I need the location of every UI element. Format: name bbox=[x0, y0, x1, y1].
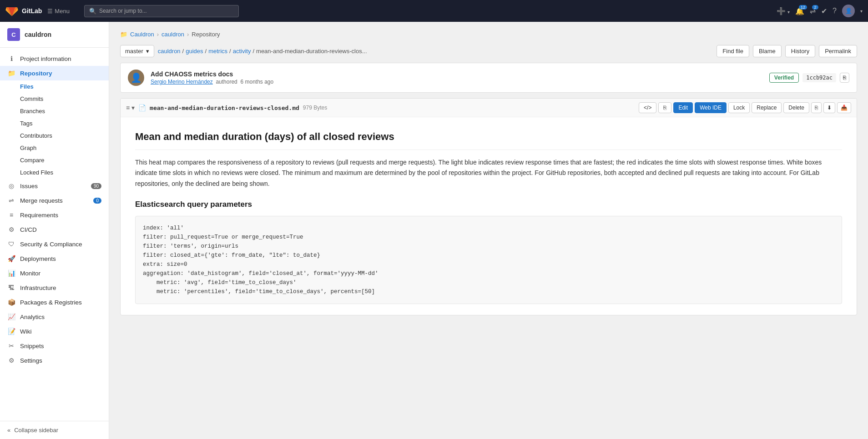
brand-name: GitLab bbox=[22, 7, 42, 15]
find-file-button[interactable]: Find file bbox=[717, 45, 749, 57]
sidebar-item-requirements[interactable]: ≡ Requirements bbox=[0, 208, 109, 222]
shield-icon: 🛡 bbox=[7, 240, 15, 248]
delete-button[interactable]: Delete bbox=[783, 102, 809, 113]
breadcrumb-cauldron-org[interactable]: Cauldron bbox=[130, 31, 154, 38]
breadcrumb-cauldron[interactable]: cauldron bbox=[161, 31, 184, 38]
sidebar-item-analytics[interactable]: 📈 Analytics bbox=[0, 309, 109, 324]
path-activity[interactable]: activity bbox=[233, 48, 251, 55]
wiki-icon: 📝 bbox=[7, 328, 15, 335]
sidebar-item-packages[interactable]: 📦 Packages & Registries bbox=[0, 295, 109, 309]
history-button[interactable]: History bbox=[785, 45, 815, 57]
plus-icon: ➕ bbox=[777, 7, 786, 15]
sidebar-label-security: Security & Compliance bbox=[20, 241, 82, 248]
project-avatar: C bbox=[7, 28, 20, 41]
sidebar-subitem-graph[interactable]: Graph bbox=[20, 142, 109, 154]
sidebar-item-project-information[interactable]: ℹ Project information bbox=[0, 51, 109, 66]
breadcrumb: 📁 Cauldron › cauldron › Repository bbox=[120, 31, 857, 38]
collapse-label: Collapse sidebar bbox=[14, 427, 58, 434]
merge-requests-icon[interactable]: ⇌ 2 bbox=[810, 7, 816, 15]
lock-button[interactable]: Lock bbox=[728, 102, 750, 113]
branch-name: master bbox=[125, 48, 143, 55]
download-button[interactable]: 📥 bbox=[837, 102, 851, 113]
merge-badge: 2 bbox=[812, 5, 818, 10]
question-icon: ? bbox=[833, 7, 837, 15]
sidebar-item-issues[interactable]: ◎ Issues 90 bbox=[0, 179, 109, 193]
todo-check-icon: ✔ bbox=[821, 7, 827, 15]
copy-hash-button[interactable]: ⎘ bbox=[840, 73, 849, 83]
path-guides[interactable]: guides bbox=[186, 48, 203, 55]
sidebar-item-merge-requests[interactable]: ⇌ Merge requests 0 bbox=[0, 193, 109, 208]
deployments-icon: 🚀 bbox=[7, 255, 15, 262]
commit-author-link[interactable]: Sergio Merino Hernández bbox=[151, 79, 213, 85]
packages-icon: 📦 bbox=[7, 299, 15, 306]
navbar-icons: ➕ ▾ 🔔 12 ⇌ 2 ✔ ? 👤 ▾ bbox=[777, 5, 863, 17]
sidebar-subitem-compare[interactable]: Compare bbox=[20, 154, 109, 166]
issues-icon[interactable]: 🔔 12 bbox=[795, 7, 804, 15]
replace-button[interactable]: Replace bbox=[752, 102, 782, 113]
project-name: cauldron bbox=[25, 31, 51, 38]
sidebar-item-repository[interactable]: 📁 Repository bbox=[0, 66, 109, 80]
permalink-button[interactable]: Permalink bbox=[819, 45, 857, 57]
dropdown-icon: ▾ bbox=[787, 10, 790, 15]
content-subheading: Elasticsearch query parameters bbox=[135, 198, 842, 211]
cicd-icon: ⚙ bbox=[7, 226, 15, 233]
copy-path-button[interactable]: ⎘ bbox=[811, 102, 822, 113]
file-content: Mean and median duration (days) of all c… bbox=[121, 117, 857, 315]
sidebar-item-monitor[interactable]: 📊 Monitor bbox=[0, 266, 109, 280]
path-metrics[interactable]: metrics bbox=[208, 48, 227, 55]
avatar[interactable]: 👤 bbox=[842, 5, 855, 17]
menu-button[interactable]: ☰ Menu bbox=[47, 8, 70, 15]
sidebar-item-settings[interactable]: ⚙ Settings bbox=[0, 353, 109, 368]
issues-sidebar-icon: ◎ bbox=[7, 182, 15, 190]
collapse-sidebar-button[interactable]: « Collapse sidebar bbox=[0, 421, 109, 439]
sidebar-label-snippets: Snippets bbox=[20, 343, 44, 349]
web-ide-button[interactable]: Web IDE bbox=[695, 102, 727, 113]
branch-selector[interactable]: master ▾ bbox=[120, 45, 154, 57]
copy-file-button[interactable]: ⎘ bbox=[658, 102, 671, 113]
sidebar-subitem-files[interactable]: Files bbox=[20, 80, 109, 93]
content-description: This heat map compares the responsivenes… bbox=[135, 157, 842, 189]
sidebar-item-deployments[interactable]: 🚀 Deployments bbox=[0, 251, 109, 266]
path-cauldron[interactable]: cauldron bbox=[158, 48, 181, 55]
sidebar-label-repository: Repository bbox=[20, 70, 52, 77]
file-path: cauldron / guides / metrics / activity /… bbox=[158, 48, 713, 55]
path-sep-3: / bbox=[229, 48, 231, 55]
commit-text: Add CHAOSS metrics docs Sergio Merino He… bbox=[151, 70, 763, 85]
edit-button[interactable]: Edit bbox=[673, 102, 693, 113]
sidebar-item-wiki[interactable]: 📝 Wiki bbox=[0, 324, 109, 339]
sidebar-item-security[interactable]: 🛡 Security & Compliance bbox=[0, 237, 109, 251]
sidebar-label-wiki: Wiki bbox=[20, 328, 32, 335]
sidebar: C cauldron ℹ Project information 📁 Repos… bbox=[0, 22, 109, 439]
sidebar-subitem-branches[interactable]: Branches bbox=[20, 105, 109, 117]
download-raw-button[interactable]: ⬇ bbox=[823, 102, 835, 113]
navbar: GitLab ☰ Menu 🔍 Search or jump to... ➕ ▾… bbox=[0, 0, 868, 22]
sidebar-subitem-locked-files[interactable]: Locked Files bbox=[20, 166, 109, 179]
sidebar-item-infrastructure[interactable]: 🏗 Infrastructure bbox=[0, 280, 109, 295]
sidebar-label-analytics: Analytics bbox=[20, 314, 45, 320]
sidebar-label-merge-requests: Merge requests bbox=[20, 197, 63, 204]
todo-icon[interactable]: ✔ bbox=[821, 7, 827, 15]
breadcrumb-sep-2: › bbox=[187, 31, 189, 38]
settings-icon: ⚙ bbox=[7, 357, 15, 364]
search-bar[interactable]: 🔍 Search or jump to... bbox=[84, 5, 239, 17]
issues-badge: 12 bbox=[799, 5, 807, 10]
sidebar-project[interactable]: C cauldron bbox=[0, 22, 109, 48]
raw-button[interactable]: </> bbox=[639, 102, 656, 113]
commit-meta: Sergio Merino Hernández authored 6 month… bbox=[151, 79, 763, 85]
blame-button[interactable]: Blame bbox=[753, 45, 782, 57]
gitlab-logo-icon bbox=[5, 5, 18, 17]
list-view-icon[interactable]: ≡ ▾ bbox=[126, 104, 135, 111]
help-icon[interactable]: ? bbox=[833, 7, 837, 15]
sidebar-subitem-tags[interactable]: Tags bbox=[20, 117, 109, 130]
sidebar-item-cicd[interactable]: ⚙ CI/CD bbox=[0, 222, 109, 237]
file-viewer-actions: </> ⎘ Edit Web IDE Lock Replace Delete ⎘… bbox=[639, 102, 851, 113]
sidebar-subitem-commits[interactable]: Commits bbox=[20, 93, 109, 105]
sidebar-label-settings: Settings bbox=[20, 357, 42, 364]
file-viewer-header: ≡ ▾ 📄 mean-and-median-duration-reviews-c… bbox=[121, 99, 857, 117]
file-name: mean-and-median-duration-reviews-closed.… bbox=[150, 105, 299, 111]
issues-count-badge: 90 bbox=[91, 183, 101, 189]
sidebar-subitem-contributors[interactable]: Contributors bbox=[20, 130, 109, 142]
sidebar-item-snippets[interactable]: ✂ Snippets bbox=[0, 339, 109, 353]
layout: C cauldron ℹ Project information 📁 Repos… bbox=[0, 22, 868, 439]
new-button[interactable]: ➕ ▾ bbox=[777, 7, 790, 15]
